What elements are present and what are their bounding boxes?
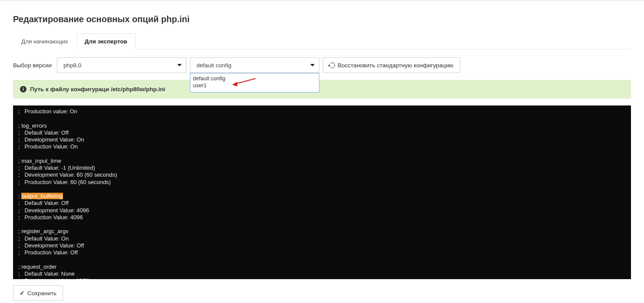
config-option[interactable]: default config [193, 75, 316, 82]
restore-default-label: Восстановить стандартную конфигурацию [338, 62, 453, 69]
config-path-text: Путь к файлу конфигураци /etc/php80w/php… [30, 86, 165, 92]
config-select-dropdown: default config user1 [190, 73, 319, 92]
restore-default-button[interactable]: Восстановить стандартную конфигурацию [323, 57, 460, 73]
php-version-value: php8.0 [63, 62, 81, 69]
chevron-down-icon [177, 64, 182, 66]
config-select[interactable]: default config [190, 57, 319, 73]
chevron-down-icon [310, 64, 315, 66]
info-icon: i [20, 86, 27, 92]
controls-row: Выбор версии php8.0 default config defau… [13, 57, 631, 73]
tab-expert[interactable]: Для экспертов [76, 33, 136, 49]
check-icon: ✓ [20, 290, 25, 296]
tab-beginner[interactable]: Для начинающих [13, 33, 76, 49]
version-label: Выбор версии [13, 62, 52, 69]
phpini-editor[interactable]: ; Production value: On ; log_errors ; De… [13, 105, 631, 279]
tabs: Для начинающих Для экспертов [13, 33, 631, 49]
refresh-icon [329, 63, 335, 68]
page-title: Редактирование основных опций php.ini [13, 14, 631, 24]
php-version-select[interactable]: php8.0 [57, 57, 186, 73]
save-button-label: Сохранить [27, 290, 56, 296]
config-option[interactable]: user1 [193, 82, 316, 89]
config-path-value: /etc/php80w/php.ini [111, 86, 165, 92]
config-path-alert: i Путь к файлу конфигураци /etc/php80w/p… [13, 80, 631, 99]
save-button[interactable]: ✓ Сохранить [13, 285, 63, 301]
config-select-value: default config [196, 62, 231, 69]
config-path-prefix: Путь к файлу конфигураци [30, 86, 111, 92]
